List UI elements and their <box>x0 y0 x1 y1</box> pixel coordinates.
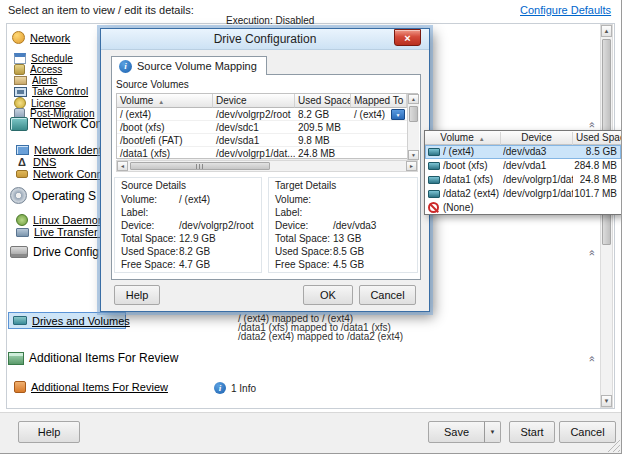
sidebar-item-linux-daemons[interactable]: Linux Daemon <box>33 214 104 226</box>
scroll-up-button[interactable]: ▲ <box>601 25 612 37</box>
start-button[interactable]: Start <box>509 421 555 443</box>
sidebar-item-network-identification[interactable]: Network Identi <box>34 144 104 156</box>
mapped-to-dropdown-button[interactable]: ▼ <box>391 109 405 120</box>
target-free-space-value: 4.5 GB <box>333 259 364 270</box>
target-volume-label: Volume: <box>275 194 311 205</box>
main-scrollbar[interactable]: ▲ ▼ <box>600 24 613 408</box>
linux-daemons-icon <box>16 214 28 226</box>
source-total-space-label: Total Space: <box>121 233 176 244</box>
sidebar-item-live-transfer[interactable]: Live Transfer D <box>34 226 109 238</box>
network-icon <box>12 31 25 44</box>
chevron-right-icon: ► <box>409 163 414 169</box>
scrollbar-thumb[interactable] <box>409 106 418 122</box>
dropdown-volume-cell: / (ext4) <box>443 145 501 159</box>
dropdown-volume-cell: (None) <box>443 201 501 215</box>
volume-dropdown-popup: Volume▲ Device Used Space / (ext4) /dev/… <box>424 130 622 215</box>
target-details-group: Target Details Volume: Label: Device: /d… <box>268 177 418 273</box>
drive-icon <box>428 176 440 184</box>
sidebar-item-schedule[interactable]: Schedule <box>31 53 73 64</box>
column-header-device[interactable]: Device <box>213 94 295 108</box>
collapse-chevron-icon: » <box>586 250 596 256</box>
tab-source-volume-mapping[interactable]: Source Volume Mapping <box>111 56 267 75</box>
source-label-label: Label: <box>121 207 148 218</box>
chevron-down-icon: ▼ <box>411 152 416 158</box>
dropdown-header-used-space[interactable]: Used Space <box>573 132 622 145</box>
used-space-cell: 209.5 MB <box>295 121 351 134</box>
sidebar-item-network[interactable]: Network <box>30 32 70 44</box>
device-cell: /dev/sda1 <box>213 134 295 147</box>
dropdown-device-cell: /dev/volgrp1/data <box>503 173 573 187</box>
save-button[interactable]: Save <box>428 421 485 443</box>
target-device-label: Device: <box>275 220 308 231</box>
dropdown-row[interactable]: /data2 (ext4) /dev/volgrp1/data 101.7 MB <box>425 187 621 201</box>
dialog-titlebar[interactable]: Drive Configuration <box>101 29 429 50</box>
sidebar-item-additional-items[interactable]: Additional Items For Review <box>31 381 168 393</box>
scroll-left-button[interactable]: ◄ <box>117 161 128 171</box>
dropdown-row[interactable]: /data1 (xfs) /dev/volgrp1/data 24.8 MB <box>425 173 621 187</box>
sort-ascending-icon: ▲ <box>158 99 164 105</box>
sidebar-item-dns[interactable]: DNS <box>33 156 56 168</box>
dropdown-row-none[interactable]: (None) <box>425 201 621 215</box>
dialog-cancel-button[interactable]: Cancel <box>359 285 416 305</box>
sidebar-item-access[interactable]: Access <box>30 64 62 75</box>
volume-cell: /data1 (xfs) <box>117 147 213 160</box>
tab-label: Source Volume Mapping <box>137 60 257 72</box>
column-header-mapped-to[interactable]: Mapped To <box>351 94 407 108</box>
collapse-section-button[interactable]: » <box>584 353 598 365</box>
table-row[interactable]: /data1 (xfs) /dev/volgrp1/dat... 24.8 MB <box>117 147 407 160</box>
source-details-group: Source Details Volume: / (ext4) Label: D… <box>114 177 262 273</box>
column-header-volume[interactable]: Volume▲ <box>117 94 213 108</box>
schedule-icon <box>14 53 26 64</box>
dropdown-used-cell: 284.8 MB <box>574 159 617 173</box>
dialog-ok-button[interactable]: OK <box>303 285 353 305</box>
collapse-section-button[interactable]: » <box>584 247 598 259</box>
source-device-value: /dev/volgrp2/root <box>179 220 254 231</box>
table-row[interactable]: /boot (xfs) /dev/sdc1 209.5 MB <box>117 121 407 134</box>
dropdown-header-device[interactable]: Device <box>501 132 573 145</box>
dialog-help-button[interactable]: Help <box>114 285 160 305</box>
scroll-right-button[interactable]: ► <box>406 161 417 171</box>
network-connection-icon <box>16 170 28 178</box>
sidebar-item-take-control[interactable]: Take Control <box>32 86 88 97</box>
sidebar-item-network-connection[interactable]: Network Conne <box>33 168 109 180</box>
sidebar-item-drives-and-volumes[interactable]: Drives and Volumes <box>8 312 126 329</box>
sidebar-item-alerts[interactable]: Alerts <box>32 75 58 86</box>
additional-items-icon <box>14 381 26 393</box>
table-hscrollbar[interactable]: ◄ ► <box>116 160 418 172</box>
source-volume-label: Volume: <box>121 194 157 205</box>
drives-and-volumes-label: Drives and Volumes <box>32 315 130 327</box>
select-prompt: Select an item to view / edit its detail… <box>8 4 194 16</box>
dropdown-device-cell: /dev/volgrp1/data <box>503 187 573 201</box>
help-button[interactable]: Help <box>18 421 80 443</box>
sidebar-item-license[interactable]: License <box>31 98 65 109</box>
scroll-down-button[interactable]: ▼ <box>408 150 419 160</box>
collapse-chevron-icon: » <box>586 122 596 128</box>
scroll-down-button[interactable]: ▼ <box>601 395 612 407</box>
dropdown-used-cell: 8.5 GB <box>586 145 617 159</box>
table-row[interactable]: / (ext4) /dev/volgrp2/root 8.2 GB / (ext… <box>117 108 407 121</box>
used-space-cell: 8.2 GB <box>295 108 351 121</box>
save-menu-button[interactable]: ▼ <box>484 421 501 443</box>
info-icon <box>214 382 226 394</box>
configure-defaults-link[interactable]: Configure Defaults <box>520 4 611 16</box>
source-volumes-label: Source Volumes <box>116 79 189 90</box>
scroll-up-button[interactable]: ▲ <box>408 94 419 104</box>
target-used-space-label: Used Space: <box>275 246 332 257</box>
dropdown-row[interactable]: /boot (xfs) /dev/vda1 284.8 MB <box>425 159 621 173</box>
dropdown-row[interactable]: / (ext4) /dev/vda3 8.5 GB <box>425 145 621 159</box>
dropdown-used-cell: 101.7 MB <box>574 187 617 201</box>
volume-cell: /boot/efi (FAT) <box>117 134 213 147</box>
network-configuration-icon <box>10 117 28 131</box>
column-header-label: Used Space <box>298 95 351 106</box>
chevron-down-icon: ▼ <box>604 398 610 404</box>
scrollbar-thumb[interactable] <box>130 162 270 170</box>
table-scrollbar[interactable]: ▲ ▼ <box>407 94 419 160</box>
column-header-used-space[interactable]: Used Space <box>295 94 351 108</box>
sort-ascending-icon: ▲ <box>479 136 485 142</box>
close-button[interactable]: × <box>394 29 421 46</box>
dropdown-header-row: Volume▲ Device Used Space <box>425 131 621 145</box>
resize-grip[interactable] <box>607 439 620 452</box>
dropdown-header-volume[interactable]: Volume▲ <box>425 132 501 145</box>
table-row[interactable]: /boot/efi (FAT) /dev/sda1 9.8 MB <box>117 134 407 147</box>
chevron-up-icon: ▲ <box>604 28 610 34</box>
